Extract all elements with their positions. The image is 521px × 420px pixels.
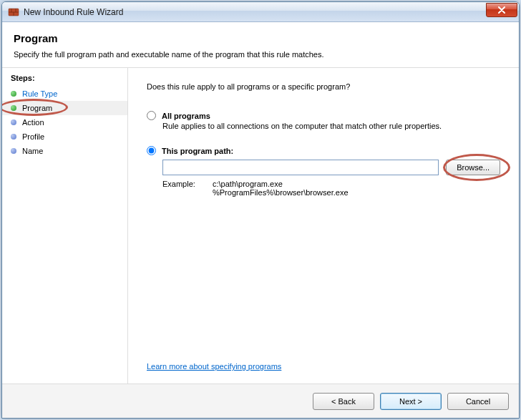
steps-sidebar: Steps: Rule Type Program Action Profile	[2, 68, 128, 384]
bullet-icon	[11, 134, 16, 140]
footer: < Back Next > Cancel	[2, 384, 519, 418]
page-header: Program Specify the full program path an…	[2, 22, 519, 68]
firewall-icon	[8, 6, 19, 18]
step-label: Program	[22, 104, 52, 112]
close-button[interactable]	[486, 3, 517, 17]
example-text: c:\path\program.exe %ProgramFiles%\brows…	[213, 180, 349, 197]
option-all-programs: All programs Rule applies to all connect…	[147, 111, 500, 130]
back-button[interactable]: < Back	[313, 393, 374, 410]
page-subtitle: Specify the full program path and execut…	[14, 50, 507, 59]
steps-heading: Steps:	[2, 71, 127, 87]
option-all-label: All programs	[162, 112, 210, 120]
step-program[interactable]: Program	[2, 101, 127, 115]
step-name[interactable]: Name	[2, 144, 127, 158]
program-path-input[interactable]	[162, 160, 439, 175]
radio-all-programs[interactable]	[147, 111, 156, 120]
radio-this-program[interactable]	[147, 146, 156, 155]
main-panel: Does this rule apply to all programs or …	[128, 68, 519, 384]
titlebar[interactable]: New Inbound Rule Wizard	[2, 2, 519, 22]
wizard-window: New Inbound Rule Wizard Program Specify …	[1, 1, 520, 419]
step-label: Action	[22, 118, 44, 127]
bullet-icon	[11, 119, 16, 125]
learn-more-link[interactable]: Learn more about specifying programs	[147, 362, 500, 371]
step-label: Profile	[22, 132, 44, 141]
step-label: Name	[22, 147, 43, 155]
body: Steps: Rule Type Program Action Profile	[2, 68, 519, 384]
page-title: Program	[14, 32, 507, 44]
window-title: New Inbound Rule Wizard	[24, 7, 486, 17]
option-this-program: This program path: Browse... Example: c:…	[147, 146, 500, 197]
bullet-icon	[11, 148, 16, 154]
browse-button[interactable]: Browse...	[446, 160, 500, 175]
step-action[interactable]: Action	[2, 115, 127, 130]
step-rule-type[interactable]: Rule Type	[2, 87, 127, 101]
next-button[interactable]: Next >	[380, 393, 442, 410]
option-path-label: This program path:	[162, 147, 233, 155]
option-all-desc: Rule applies to all connections on the c…	[162, 122, 500, 130]
step-label: Rule Type	[22, 89, 57, 98]
cancel-button[interactable]: Cancel	[447, 393, 509, 410]
step-profile[interactable]: Profile	[2, 130, 127, 144]
bullet-icon	[11, 105, 16, 111]
bullet-icon	[11, 91, 16, 97]
example-label: Example:	[162, 180, 213, 197]
question-text: Does this rule apply to all programs or …	[147, 82, 500, 91]
